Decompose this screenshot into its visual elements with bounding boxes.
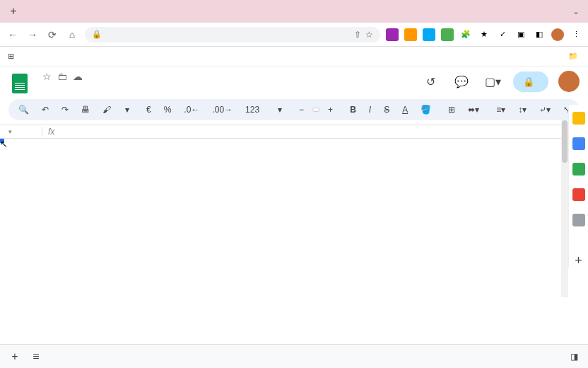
add-panel-icon[interactable]: + <box>575 253 582 268</box>
zoom-select[interactable]: ▾ <box>119 102 134 117</box>
share-button[interactable]: 🔒 <box>513 71 548 92</box>
redo-button[interactable]: ↷ <box>57 102 73 117</box>
all-sheets-button[interactable]: ≡ <box>27 347 45 366</box>
fx-icon: fx <box>42 127 60 137</box>
explore-button[interactable]: ◨ <box>566 349 582 364</box>
halign-button[interactable]: ≡▾ <box>492 102 510 117</box>
ext-icon-7[interactable]: ▣ <box>514 28 527 41</box>
ext-icon-2[interactable] <box>404 28 417 41</box>
increase-decimal-button[interactable]: .00→ <box>208 102 237 117</box>
currency-button[interactable]: € <box>142 102 155 117</box>
cursor-pointer: ↖ <box>0 139 8 149</box>
bookmarks-bar: ⊞ 📁 <box>0 47 588 67</box>
text-color-button[interactable]: A <box>398 102 412 117</box>
italic-button[interactable]: I <box>365 102 375 117</box>
tasks-panel-icon[interactable] <box>572 163 585 176</box>
font-select[interactable]: ▾ <box>272 103 286 116</box>
history-icon[interactable]: ↺ <box>420 71 441 92</box>
account-avatar[interactable] <box>558 71 580 92</box>
ext-icon-1[interactable] <box>386 28 399 41</box>
bold-button[interactable]: B <box>346 102 360 117</box>
sheet-tabs-bar: + ≡ ◨ <box>0 344 588 368</box>
ext-icon-4[interactable] <box>441 28 454 41</box>
spreadsheet-grid[interactable]: ↖ <box>0 139 588 337</box>
move-folder-icon[interactable]: 🗀 <box>57 71 67 82</box>
comment-icon[interactable]: 💬 <box>451 71 472 92</box>
star-icon[interactable]: ☆ <box>42 71 52 82</box>
share-url-icon[interactable]: ⇧ <box>354 30 361 40</box>
calendar-panel-icon[interactable] <box>572 112 585 125</box>
sheets-header: ☆ 🗀 ☁ ↺ 💬 ▢▾ 🔒 <box>0 67 588 95</box>
profile-avatar[interactable] <box>551 28 564 41</box>
ext-icon-3[interactable] <box>423 28 435 41</box>
side-panel: + <box>568 105 588 268</box>
toolbar: 🔍 ↶ ↷ 🖶 🖌 ▾ € % .0← .00→ 123 ▾ − + B I S… <box>8 99 580 120</box>
folder-icon: 📁 <box>568 52 578 61</box>
sheets-logo[interactable] <box>8 72 31 95</box>
extensions-menu-icon[interactable]: 🧩 <box>459 28 472 41</box>
extension-icons: 🧩 ★ ✓ ▣ ◧ ⋮ <box>386 28 582 41</box>
wrap-button[interactable]: ⤶▾ <box>535 102 555 117</box>
vertical-scrollbar[interactable] <box>561 120 568 297</box>
home-button[interactable]: ⌂ <box>65 28 79 42</box>
valign-button[interactable]: ↕▾ <box>514 102 531 117</box>
back-button[interactable]: ← <box>6 28 20 42</box>
keep-panel-icon[interactable] <box>572 137 585 150</box>
font-size-input[interactable] <box>312 108 319 112</box>
more-formats-button[interactable]: 123 <box>241 102 264 117</box>
percent-button[interactable]: % <box>160 102 176 117</box>
merge-button[interactable]: ⬌▾ <box>464 102 483 117</box>
lock-icon: 🔒 <box>523 76 534 87</box>
browser-menu-icon[interactable]: ⋮ <box>570 28 582 41</box>
borders-button[interactable]: ⊞ <box>444 102 459 117</box>
add-sheet-button[interactable]: + <box>6 347 24 366</box>
browser-tab-strip: + ⌄ <box>0 0 588 23</box>
print-button[interactable]: 🖶 <box>77 102 94 117</box>
all-bookmarks[interactable]: 📁 <box>568 52 582 61</box>
apps-bookmark[interactable]: ⊞ <box>6 52 18 62</box>
browser-nav-bar: ← → ⟳ ⌂ 🔒 ⇧ ☆ 🧩 ★ ✓ ▣ ◧ ⋮ <box>0 23 588 47</box>
window-dropdown-icon[interactable]: ⌄ <box>568 6 584 16</box>
search-menus-icon[interactable]: 🔍 <box>14 102 33 117</box>
strikethrough-button[interactable]: S <box>380 102 394 117</box>
name-box[interactable]: ▾ <box>0 127 42 137</box>
ext-icon-5[interactable]: ★ <box>478 28 490 41</box>
contacts-panel-icon[interactable] <box>572 188 585 201</box>
maps-panel-icon[interactable] <box>572 214 585 226</box>
lock-icon: 🔒 <box>92 30 102 39</box>
paint-format-button[interactable]: 🖌 <box>98 102 115 117</box>
decrease-font-button[interactable]: − <box>295 102 308 117</box>
ext-icon-8[interactable]: ◧ <box>533 28 546 41</box>
url-bar[interactable]: 🔒 ⇧ ☆ <box>85 27 380 42</box>
ext-icon-6[interactable]: ✓ <box>496 28 509 41</box>
decrease-decimal-button[interactable]: .0← <box>180 102 204 117</box>
fill-color-button[interactable]: 🪣 <box>416 102 435 117</box>
forward-button[interactable]: → <box>25 28 40 42</box>
apps-icon: ⊞ <box>6 52 16 62</box>
formula-bar: ▾ fx <box>0 125 588 139</box>
bookmark-star-icon[interactable]: ☆ <box>365 30 373 40</box>
increase-font-button[interactable]: + <box>324 102 337 117</box>
cloud-status-icon[interactable]: ☁ <box>73 71 83 82</box>
new-tab-button[interactable]: + <box>4 2 23 21</box>
undo-button[interactable]: ↶ <box>37 102 53 117</box>
meet-icon[interactable]: ▢▾ <box>482 71 503 92</box>
reload-button[interactable]: ⟳ <box>45 28 59 42</box>
